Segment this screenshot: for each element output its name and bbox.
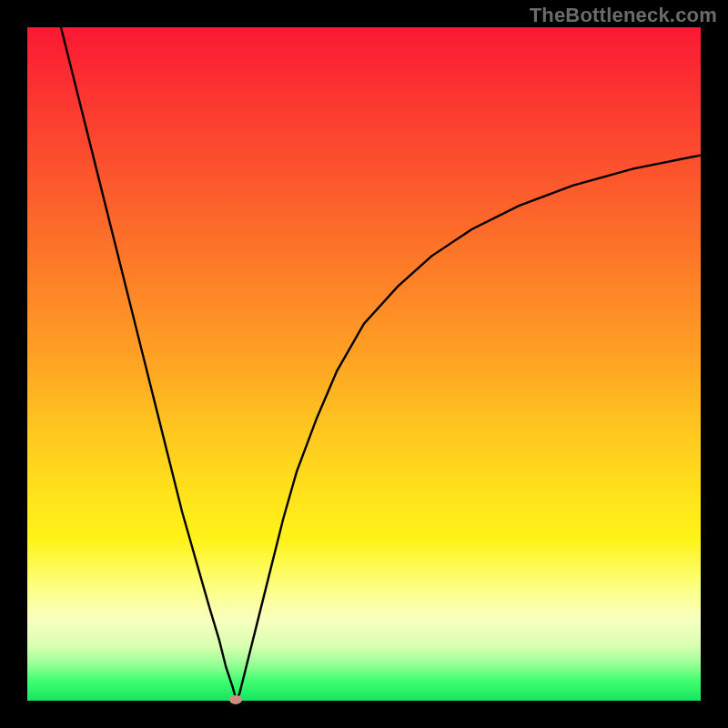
bottleneck-curve <box>27 27 701 701</box>
watermark-text: TheBottleneck.com <box>530 4 717 27</box>
plot-area <box>27 27 701 701</box>
chart-frame: TheBottleneck.com <box>0 0 728 728</box>
minimum-marker <box>229 695 242 704</box>
